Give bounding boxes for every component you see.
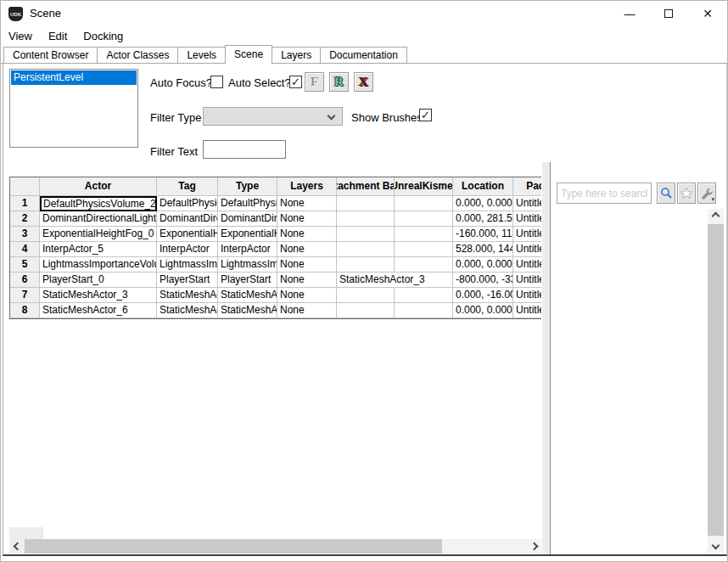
tab-actor-classes[interactable]: Actor Classes [97,47,178,63]
vertical-scrollbar-thumb[interactable] [708,224,724,536]
grid-cell[interactable]: StaticMeshActor [157,288,218,303]
search-options-button[interactable]: ▾ [697,183,716,204]
menu-edit[interactable]: Edit [48,30,67,42]
grid-cell[interactable]: Untitled [513,242,541,257]
panel-splitter[interactable] [542,162,550,554]
scroll-right-button[interactable] [526,539,541,554]
tab-scene[interactable]: Scene [225,45,272,64]
grid-cell[interactable]: StaticMeshActor [218,288,277,303]
grid-cell[interactable]: Untitled [513,257,541,273]
horizontal-scrollbar-thumb[interactable] [25,539,442,554]
delete-button[interactable]: X [354,72,373,92]
grid-cell[interactable]: DefaultPhysicsVolume_2 [40,196,157,211]
grid-cell[interactable] [395,211,453,227]
row-number[interactable]: 7 [10,288,40,303]
grid-cell[interactable] [395,242,453,257]
grid-cell[interactable] [337,196,395,211]
column-header-package[interactable]: Package [513,177,541,196]
menu-view[interactable]: View [8,30,32,42]
filter-text-input[interactable] [203,140,286,159]
grid-cell[interactable] [337,257,395,273]
tab-levels[interactable]: Levels [177,47,226,63]
grid-cell[interactable]: -800.000, -33 [453,273,513,288]
scroll-down-button[interactable] [708,538,724,553]
grid-cell[interactable]: None [277,227,337,242]
grid-cell[interactable]: DominantDirectionalLight [157,211,218,227]
minimize-button[interactable]: — [610,1,649,26]
grid-cell[interactable]: Untitled [513,196,541,211]
grid-cell[interactable]: 0.000, 0.000, [453,196,513,211]
grid-cell[interactable]: LightmassImportanceVolume_0 [40,257,157,273]
grid-cell[interactable]: None [277,288,337,303]
grid-cell[interactable] [337,288,395,303]
scroll-up-button[interactable] [708,209,724,223]
column-header-tag[interactable]: Tag [157,177,218,196]
row-number[interactable]: 5 [10,257,40,273]
grid-cell[interactable]: ExponentialHeightFog [218,227,277,242]
grid-cell[interactable]: 0.000, -16.00 [453,288,513,303]
column-header-attachment-base[interactable]: Attachment Base [337,177,395,196]
grid-cell[interactable]: Untitled [513,288,541,303]
grid-cell[interactable]: None [277,196,337,211]
grid-cell[interactable]: 528.000, 144 [453,242,513,257]
row-number[interactable]: 8 [10,303,40,318]
favorites-button[interactable] [677,183,696,204]
grid-cell[interactable]: 0.000, 281.55 [453,211,513,227]
grid-cell[interactable]: ExponentialHeightFog [157,227,218,242]
grid-cell[interactable]: 0.000, 0.000, [453,303,513,318]
list-item-persistent-level[interactable]: PersistentLevel [11,70,137,85]
row-number[interactable]: 2 [10,211,40,227]
maximize-button[interactable] [649,1,688,26]
auto-focus-checkbox[interactable] [210,76,223,88]
grid-cell[interactable]: InterpActor_5 [40,242,157,257]
horizontal-scrollbar[interactable] [9,539,541,554]
grid-cell[interactable]: DominantDirectionalLight_0 [40,211,157,227]
grid-cell[interactable]: InterpActor [157,242,218,257]
grid-cell[interactable]: -160.000, 118 [453,227,513,242]
vertical-scrollbar[interactable] [708,209,724,553]
tab-documentation[interactable]: Documentation [320,47,407,63]
grid-cell[interactable]: PlayerStart [157,273,218,288]
tab-layers[interactable]: Layers [272,47,321,63]
grid-cell[interactable]: StaticMeshActor_6 [40,303,157,318]
menu-docking[interactable]: Docking [83,30,123,42]
grid-cell[interactable]: DefaultPhysicsVolume [157,196,218,211]
grid-cell[interactable] [395,288,453,303]
grid-cell[interactable]: Untitled [513,211,541,227]
grid-cell[interactable]: InterpActor [218,242,277,257]
row-number[interactable]: 6 [10,273,40,288]
tab-content-browser[interactable]: Content Browser [3,47,98,63]
grid-cell[interactable]: None [277,273,337,288]
grid-cell[interactable]: StaticMeshActor [157,303,218,318]
column-header-actor[interactable]: Actor [40,177,157,196]
grid-cell[interactable]: 0.000, 0.000, [453,257,513,273]
grid-cell[interactable] [395,257,453,273]
grid-cell[interactable]: None [277,242,337,257]
grid-cell[interactable]: ExponentialHeightFog_0 [40,227,157,242]
grid-cell[interactable]: None [277,303,337,318]
grid-cell[interactable]: None [277,257,337,273]
close-button[interactable]: ✕ [688,1,727,26]
column-header-layers[interactable]: Layers [277,177,337,196]
refresh-button[interactable]: R [329,72,349,92]
column-header-unrealkismet[interactable]: UnrealKismet [395,177,453,196]
grid-cell[interactable] [395,227,453,242]
grid-cell[interactable]: StaticMeshActor [218,303,277,318]
grid-cell[interactable]: LightmassImportanceVolume [218,257,277,273]
grid-cell[interactable]: LightmassImportanceVolume [157,257,218,273]
search-button[interactable] [657,183,675,204]
grid-cell[interactable]: Untitled [513,273,541,288]
auto-select-checkbox[interactable] [289,76,302,88]
grid-cell[interactable] [337,242,395,257]
row-number[interactable]: 1 [10,196,40,211]
grid-cell[interactable]: DefaultPhysicsVolume [218,196,277,211]
grid-cell[interactable]: StaticMeshActor_3 [337,273,395,288]
grid-cell[interactable] [337,227,395,242]
row-number[interactable]: 3 [10,227,40,242]
grid-cell[interactable] [337,211,395,227]
filter-type-dropdown[interactable] [203,107,343,126]
grid-cell[interactable]: StaticMeshActor_3 [40,288,157,303]
grid-cell[interactable] [395,303,453,318]
show-brushes-checkbox[interactable] [419,109,432,121]
row-number[interactable]: 4 [10,242,40,257]
